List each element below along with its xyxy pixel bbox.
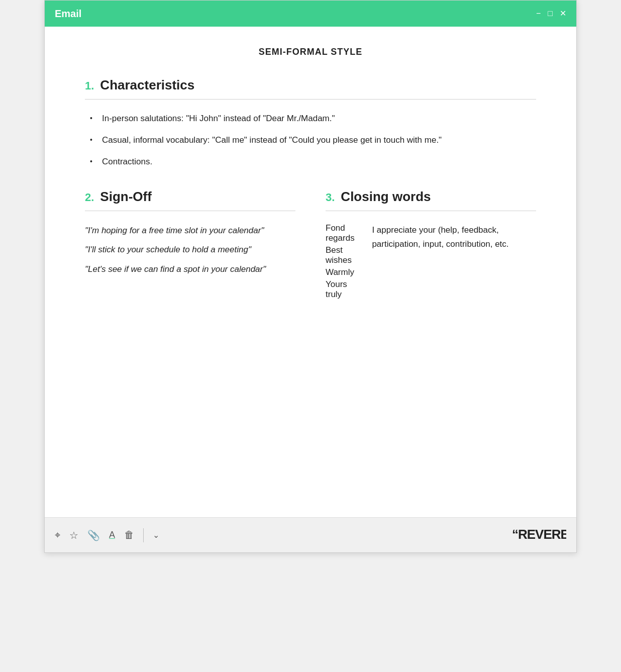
signoff-quotes: "I'm hoping for a free time slot in your…	[85, 223, 295, 277]
section3-title: Closing words	[341, 189, 431, 205]
closing-words-container: Fond regards Best wishes Warmly Yours tr…	[326, 223, 536, 302]
close-button[interactable]: ✕	[560, 10, 566, 18]
closing-word-4: Yours truly	[326, 279, 357, 300]
section1-number: 1.	[85, 79, 94, 92]
main-content: SEMI-FORMAL STYLE 1. Characteristics In-…	[45, 27, 576, 517]
signoff-quote-2: "I'll stick to your schedule to hold a m…	[85, 242, 295, 258]
closing-words-list: Fond regards Best wishes Warmly Yours tr…	[326, 223, 357, 302]
section-closing: 3. Closing words Fond regards Best wishe…	[326, 189, 536, 302]
titlebar: Email − □ ✕	[45, 1, 576, 27]
section-signoff: 2. Sign-Off "I'm hoping for a free time …	[85, 189, 295, 302]
section1-divider	[85, 99, 536, 100]
closing-word-2: Best wishes	[326, 245, 357, 265]
two-col-section: 2. Sign-Off "I'm hoping for a free time …	[85, 189, 536, 322]
svg-text:“REVERB”: “REVERB”	[512, 527, 566, 542]
minimize-button[interactable]: −	[536, 10, 541, 18]
signoff-quote-3: "Let's see if we can find a spot in your…	[85, 262, 295, 277]
list-item: Casual, informal vocabulary: "Call me" i…	[90, 133, 536, 147]
paperclip-icon[interactable]: 📎	[87, 529, 100, 541]
signoff-quote-1: "I'm hoping for a free time slot in your…	[85, 223, 295, 239]
footer-toolbar: ⌖ ☆ 📎 A 🗑 ⌄	[55, 528, 159, 542]
list-item: Contractions.	[90, 155, 536, 168]
text-color-icon[interactable]: A	[109, 530, 115, 540]
section3-number: 3.	[326, 191, 335, 204]
closing-words-desc: I appreciate your (help, feedback, parti…	[372, 223, 536, 302]
section2-divider	[85, 211, 295, 211]
closing-right-text: I appreciate your (help, feedback, parti…	[372, 223, 536, 252]
app-window: Email − □ ✕ SEMI-FORMAL STYLE 1. Charact…	[44, 0, 577, 553]
characteristics-list: In-person salutations: "Hi John" instead…	[85, 112, 536, 169]
section2-number: 2.	[85, 191, 94, 204]
closing-word-3: Warmly	[326, 267, 357, 277]
window-controls: − □ ✕	[536, 10, 566, 18]
logo-svg: “REVERB”	[511, 525, 566, 543]
footer: ⌖ ☆ 📎 A 🗑 ⌄ “REVERB”	[45, 517, 576, 552]
list-item: In-person salutations: "Hi John" instead…	[90, 112, 536, 125]
reverb-logo: “REVERB”	[511, 525, 566, 546]
location-icon[interactable]: ⌖	[55, 529, 60, 541]
app-title: Email	[55, 8, 81, 20]
section2-title: Sign-Off	[100, 189, 152, 205]
dropdown-button[interactable]: ⌄	[153, 530, 159, 540]
maximize-button[interactable]: □	[548, 10, 553, 18]
delete-icon[interactable]: 🗑	[124, 529, 134, 541]
section-characteristics: 1. Characteristics In-person salutations…	[85, 77, 536, 169]
closing-word-1: Fond regards	[326, 223, 357, 243]
section2-header: 2. Sign-Off	[85, 189, 295, 205]
section3-divider	[326, 211, 536, 211]
section1-title: Characteristics	[100, 77, 194, 93]
page-title: SEMI-FORMAL STYLE	[85, 47, 536, 57]
section3-header: 3. Closing words	[326, 189, 536, 205]
star-icon[interactable]: ☆	[69, 529, 78, 541]
section1-header: 1. Characteristics	[85, 77, 536, 93]
toolbar-divider	[143, 528, 144, 542]
